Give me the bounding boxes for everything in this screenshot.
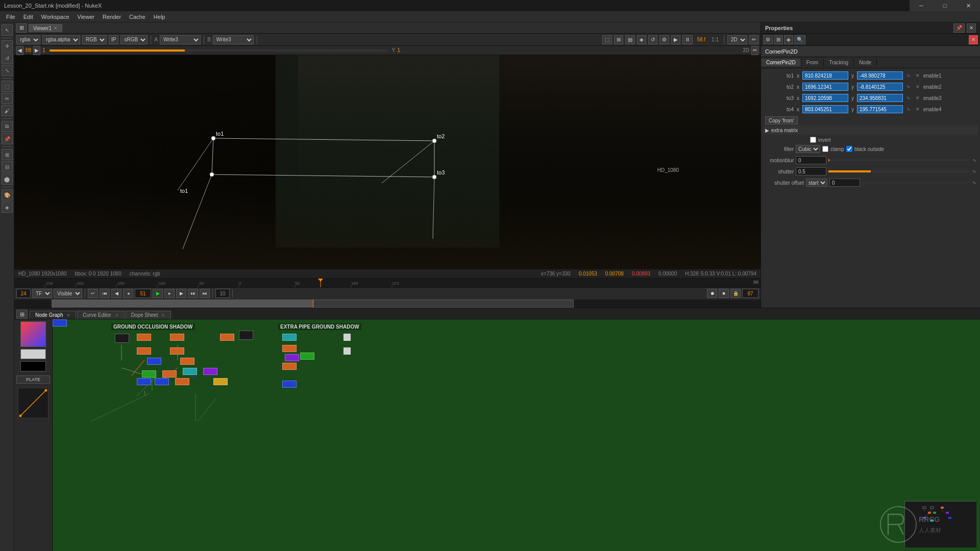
to3-reset-btn[interactable]: ✕: [914, 94, 921, 102]
node-orange-3[interactable]: [220, 334, 234, 341]
to2-reset-btn[interactable]: ✕: [914, 83, 921, 90]
toolbar-pen[interactable]: ✏: [2, 93, 13, 104]
shutter-offset-select[interactable]: start: [806, 179, 827, 187]
bottom-tab-nodegraph[interactable]: Node Graph ✕: [30, 311, 76, 319]
to2-y-input[interactable]: [857, 83, 903, 91]
tc-next-btn[interactable]: ▸: [164, 289, 175, 298]
node-yellow-1[interactable]: [213, 378, 228, 385]
node-graph[interactable]: GROUND OCCLUSION SHADOW: [53, 319, 980, 551]
toolbar-move[interactable]: ✛: [2, 40, 13, 52]
props-pin-btn[interactable]: 📌: [953, 23, 965, 33]
menu-edit[interactable]: Edit: [19, 13, 37, 21]
tc-prev-btn2[interactable]: ◂: [123, 289, 133, 298]
node-orange-9[interactable]: [282, 345, 297, 352]
node-orange-6[interactable]: [180, 358, 194, 365]
node-orange-10[interactable]: [282, 363, 297, 370]
colorspace-select-2[interactable]: rgba.alpha: [42, 35, 80, 44]
write-b-select[interactable]: Write3: [213, 35, 254, 44]
motionblur-slider[interactable]: [828, 159, 969, 161]
current-frame-input[interactable]: [135, 289, 151, 298]
node-orange-4[interactable]: [137, 347, 151, 355]
to2-anim-btn[interactable]: ∿: [905, 83, 912, 90]
toolbar-brush[interactable]: 🖌: [2, 105, 13, 116]
menu-help[interactable]: Help: [150, 13, 169, 21]
viewer-ctrl-5[interactable]: ↺: [648, 35, 657, 44]
color-model-select[interactable]: RGB: [82, 35, 107, 44]
toolbar-arrow[interactable]: ↖: [2, 24, 13, 36]
node-purple-2[interactable]: [285, 354, 299, 361]
viewer-ctrl-3[interactable]: ▤: [625, 35, 635, 44]
visible-select[interactable]: Visible: [54, 289, 82, 298]
write-a-select[interactable]: Write3: [160, 35, 201, 44]
fps-input[interactable]: [16, 289, 31, 298]
to4-x-input[interactable]: [802, 105, 848, 113]
node-orange-7[interactable]: [162, 370, 177, 378]
toolbar-pin[interactable]: 📌: [2, 133, 13, 144]
tc-lock-btn[interactable]: 🔒: [730, 289, 741, 298]
to3-x-input[interactable]: [802, 94, 848, 102]
to3-y-input[interactable]: [857, 94, 903, 102]
extra-matrix-section[interactable]: ▶ extra matrix: [763, 126, 978, 135]
curve-editor-tab-close[interactable]: ✕: [115, 313, 119, 318]
node-black-1[interactable]: [115, 334, 129, 343]
toolbar-view3d[interactable]: ◈: [2, 202, 13, 213]
menu-file[interactable]: File: [2, 13, 19, 21]
node-teal-2[interactable]: [282, 334, 297, 341]
bottom-tab-dopesheet[interactable]: Dope Sheet ✕: [126, 311, 172, 319]
shutter-offset-slider[interactable]: [862, 182, 969, 184]
toolbar-rotate[interactable]: ↺: [2, 53, 13, 64]
to1-anim-btn[interactable]: ∿: [905, 72, 912, 79]
tc-record-btn[interactable]: ⏺: [707, 289, 717, 298]
minimize-button[interactable]: ─: [910, 0, 933, 11]
viewer-ctrl-8[interactable]: ⏸: [682, 35, 693, 44]
node-teal-1[interactable]: [183, 368, 197, 375]
shutter-offset-anim-btn[interactable]: ∿: [971, 179, 978, 186]
close-button[interactable]: ✕: [957, 0, 980, 11]
maximize-button[interactable]: □: [933, 0, 957, 11]
node-blue-5[interactable]: [282, 381, 297, 388]
viewer-tab-close[interactable]: ✕: [54, 26, 58, 31]
invert-checkbox[interactable]: [810, 137, 816, 143]
ip-button[interactable]: IP: [109, 35, 118, 44]
to4-y-input[interactable]: [857, 105, 903, 113]
filter-select[interactable]: Cubic: [796, 145, 820, 153]
toolbar-colorpicker[interactable]: 🎨: [2, 189, 13, 201]
to4-reset-btn[interactable]: ✕: [914, 106, 921, 113]
node-orange-8[interactable]: [175, 378, 189, 385]
to1-x-input[interactable]: [802, 71, 848, 80]
viewer-ctrl-1[interactable]: ⬚: [602, 35, 612, 44]
end-frame-input[interactable]: [742, 289, 758, 298]
menu-workspace[interactable]: Workspace: [37, 13, 74, 21]
to1-y-input[interactable]: [857, 71, 903, 80]
tc-prev-key-btn[interactable]: ⏮: [100, 289, 110, 298]
viewer-ctrl-7[interactable]: ▶: [671, 35, 680, 44]
tc-stop-btn[interactable]: ■: [719, 289, 729, 298]
colorspace-select-1[interactable]: rgba: [16, 35, 40, 44]
node-white-1[interactable]: [344, 334, 351, 341]
tc-play-btn[interactable]: ▶: [153, 289, 163, 298]
menu-viewer[interactable]: Viewer: [74, 13, 99, 21]
props-tab-tracking[interactable]: Tracking: [824, 59, 854, 66]
node-green-1[interactable]: [142, 370, 156, 378]
toolbar-clone[interactable]: ⧉: [2, 121, 13, 132]
srgb-select[interactable]: sRGB: [120, 35, 148, 44]
node-orange-2[interactable]: [170, 334, 184, 341]
toolbar-warp[interactable]: ⊞: [2, 149, 13, 160]
tc-next-key-btn[interactable]: ⏭: [188, 289, 198, 298]
shutter-input[interactable]: [796, 167, 826, 176]
toolbar-grid[interactable]: ⊟: [2, 161, 13, 172]
paint-icon-btn[interactable]: ✏: [751, 46, 758, 55]
viewer-tab-1[interactable]: Viewer1 ✕: [29, 24, 62, 32]
node-white-2[interactable]: [344, 347, 351, 355]
range-start-input[interactable]: [215, 289, 230, 298]
tc-prev-frame-btn[interactable]: ◀: [111, 289, 121, 298]
menu-cache[interactable]: Cache: [125, 13, 150, 21]
toolbar-scale[interactable]: ⤡: [2, 65, 13, 76]
toolbar-crop[interactable]: ⬚: [2, 81, 13, 92]
mode-2d-select[interactable]: 2D: [727, 35, 747, 44]
node-blue-2[interactable]: [137, 378, 151, 385]
to4-anim-btn[interactable]: ∿: [905, 106, 912, 113]
tc-next-frame-btn[interactable]: ▶: [176, 289, 186, 298]
to2-x-input[interactable]: [802, 83, 848, 91]
props-tab-cornerpin[interactable]: CornerPin2D: [761, 59, 801, 66]
